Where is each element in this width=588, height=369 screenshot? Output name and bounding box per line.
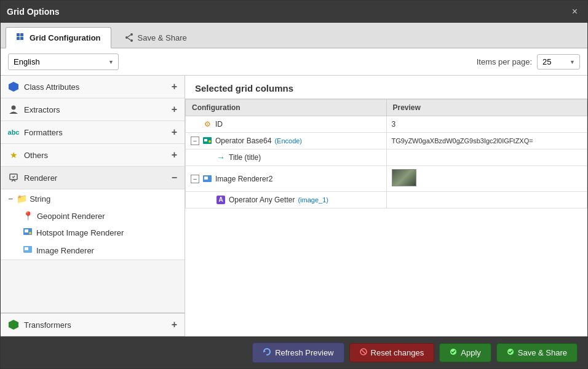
refresh-icon bbox=[263, 347, 271, 358]
table-row: − Image Renderer2 bbox=[186, 166, 587, 192]
apply-label: Apply bbox=[461, 348, 481, 357]
svg-rect-1 bbox=[20, 33, 23, 36]
preview-cell-id: 3 bbox=[386, 116, 587, 133]
table-row: A Operator Any Getter (image_1) bbox=[186, 192, 587, 208]
grid-config-icon bbox=[16, 33, 26, 42]
base64-toggle[interactable]: − bbox=[191, 137, 199, 145]
save-share-footer-label: Save & Share bbox=[518, 348, 567, 357]
hotspot-label: Hotspot Image Renderer bbox=[36, 228, 124, 237]
encode-link[interactable]: (Encode) bbox=[274, 137, 302, 145]
category-class-attributes[interactable]: Class Attributes + bbox=[1, 76, 185, 98]
preview-cell-title bbox=[386, 149, 587, 166]
id-row-icon: ⚙ bbox=[202, 119, 212, 129]
others-icon: ★ bbox=[8, 149, 19, 161]
left-panel-spacer bbox=[1, 260, 185, 312]
image-preview-thumbnail bbox=[392, 169, 416, 186]
reset-changes-button[interactable]: Reset changes bbox=[349, 343, 435, 362]
close-button[interactable]: × bbox=[568, 6, 581, 18]
apply-icon bbox=[450, 348, 457, 357]
svg-line-26 bbox=[362, 350, 365, 354]
tab-save-share[interactable]: Save & Share bbox=[114, 27, 197, 47]
table-row: − Operator Base64 (Encode) TG9yZW0gaXBzd… bbox=[186, 133, 587, 149]
reset-icon bbox=[360, 348, 367, 357]
tab-save-share-label: Save & Share bbox=[138, 33, 187, 42]
svg-text:A: A bbox=[218, 196, 223, 203]
col-configuration: Configuration bbox=[186, 100, 387, 116]
items-per-page-control: Items per page: 10 25 50 100 bbox=[477, 54, 580, 69]
svg-point-5 bbox=[130, 33, 133, 36]
class-attributes-label: Class Attributes bbox=[24, 82, 79, 92]
preview-cell-any-getter bbox=[386, 192, 587, 208]
formatters-label: Formatters bbox=[24, 128, 63, 137]
tab-grid-configuration[interactable]: Grid Configuration bbox=[6, 27, 111, 49]
class-attributes-expand-icon: + bbox=[172, 81, 177, 92]
renderer-icon bbox=[8, 172, 19, 183]
svg-point-10 bbox=[12, 106, 16, 110]
geopoint-icon: 📍 bbox=[23, 211, 33, 221]
right-panel: Selected grid columns Configuration Prev… bbox=[185, 76, 587, 336]
renderer-tree: − 📁 String 📍 Geopoint Renderer Hotspot I… bbox=[1, 189, 185, 260]
transformers-row[interactable]: Transformers + bbox=[1, 314, 185, 336]
base64-icon bbox=[202, 136, 212, 146]
items-per-page-select-wrapper[interactable]: 10 25 50 100 bbox=[537, 54, 580, 69]
image-renderer2-toggle[interactable]: − bbox=[191, 175, 199, 183]
category-extractors[interactable]: Extractors + bbox=[1, 98, 185, 121]
refresh-preview-label: Refresh Preview bbox=[275, 348, 333, 357]
others-expand-icon: + bbox=[172, 149, 177, 161]
extractors-label: Extractors bbox=[24, 105, 60, 114]
save-share-footer-icon bbox=[507, 348, 514, 357]
transformers-icon bbox=[8, 319, 19, 330]
config-cell-base64: − Operator Base64 (Encode) bbox=[186, 133, 387, 149]
formatters-expand-icon: + bbox=[172, 127, 177, 138]
extractors-expand-icon: + bbox=[172, 104, 177, 115]
folder-icon: 📁 bbox=[17, 194, 27, 204]
image-renderer-label: Image Renderer bbox=[36, 246, 94, 255]
svg-point-14 bbox=[29, 232, 31, 234]
title-bar: Grid Options × bbox=[1, 1, 587, 23]
svg-rect-0 bbox=[17, 33, 20, 36]
title-icon: → bbox=[216, 153, 226, 162]
tree-item-geopoint[interactable]: 📍 Geopoint Renderer bbox=[1, 208, 185, 224]
category-renderer[interactable]: Renderer − bbox=[1, 167, 185, 189]
image-renderer2-icon bbox=[202, 174, 212, 184]
any-getter-label: Operator Any Getter bbox=[229, 196, 295, 204]
base64-label: Operator Base64 bbox=[215, 137, 271, 145]
category-formatters[interactable]: abc Formatters + bbox=[1, 121, 185, 144]
left-panel: Class Attributes + Extractors + abc For bbox=[1, 76, 185, 336]
preview-cell-image-renderer2 bbox=[386, 166, 587, 192]
base64-preview-value: TG9yZW0gaXBzdW0gZG9sb3Igc2l0IGFtZXQ= bbox=[392, 137, 533, 145]
save-share-button[interactable]: Save & Share bbox=[496, 343, 578, 362]
hotspot-icon bbox=[23, 227, 33, 239]
image1-link[interactable]: (image_1) bbox=[298, 196, 328, 204]
language-select-wrapper[interactable]: English French German Spanish bbox=[8, 54, 119, 70]
svg-point-4 bbox=[125, 36, 128, 39]
image-renderer2-label: Image Renderer2 bbox=[215, 175, 272, 183]
image-renderer-icon bbox=[23, 245, 33, 256]
refresh-preview-button[interactable]: Refresh Preview bbox=[252, 343, 344, 363]
formatters-icon: abc bbox=[8, 127, 19, 138]
save-share-icon bbox=[124, 33, 134, 42]
table-header-row: Configuration Preview bbox=[186, 100, 587, 116]
preview-cell-base64: TG9yZW0gaXBzdW0gZG9sb3Igc2l0IGFtZXQ= bbox=[386, 133, 587, 149]
geopoint-label: Geopoint Renderer bbox=[37, 212, 105, 221]
svg-rect-3 bbox=[20, 37, 23, 40]
extractors-icon bbox=[8, 104, 19, 115]
config-cell-any-getter: A Operator Any Getter (image_1) bbox=[186, 192, 387, 208]
transformers-expand-icon: + bbox=[172, 319, 177, 330]
transformers-label: Transformers bbox=[24, 320, 71, 330]
col-preview: Preview bbox=[386, 100, 587, 116]
items-per-page-label: Items per page: bbox=[477, 57, 532, 66]
grid-options-dialog: Grid Options × Grid Configuration Save &… bbox=[0, 0, 588, 369]
svg-line-7 bbox=[128, 35, 130, 37]
language-select[interactable]: English French German Spanish bbox=[8, 54, 119, 70]
dialog-title: Grid Options bbox=[7, 7, 60, 17]
category-others[interactable]: ★ Others + bbox=[1, 144, 185, 167]
apply-button[interactable]: Apply bbox=[439, 343, 491, 362]
renderer-root-label: String bbox=[30, 194, 50, 204]
category-transformers: Transformers + bbox=[1, 312, 185, 336]
tree-item-image-renderer[interactable]: Image Renderer bbox=[1, 242, 185, 260]
footer: Refresh Preview Reset changes Apply Save… bbox=[1, 336, 587, 368]
items-per-page-select[interactable]: 10 25 50 100 bbox=[537, 54, 580, 69]
tree-item-hotspot[interactable]: Hotspot Image Renderer bbox=[1, 224, 185, 242]
toolbar: English French German Spanish Items per … bbox=[1, 49, 587, 76]
